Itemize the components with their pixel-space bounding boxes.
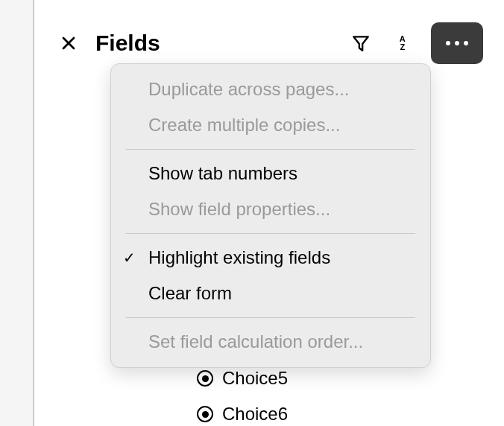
menu-create-multiple-copies: Create multiple copies... xyxy=(111,107,430,143)
menu-separator xyxy=(126,149,415,150)
menu-label: Show tab numbers xyxy=(148,163,297,183)
menu-label: Show field properties... xyxy=(148,199,330,219)
more-icon xyxy=(446,41,468,45)
menu-label: Highlight existing fields xyxy=(148,247,330,267)
sort-button[interactable]: AZ xyxy=(389,30,416,57)
filter-button[interactable] xyxy=(347,30,374,57)
header-actions: AZ xyxy=(347,22,483,64)
menu-label: Set field calculation order... xyxy=(148,331,363,352)
panel-title: Fields xyxy=(95,31,334,56)
context-menu: Duplicate across pages... Create multipl… xyxy=(110,63,431,368)
list-item[interactable]: Choice5 xyxy=(197,368,288,389)
radio-icon xyxy=(197,406,213,422)
field-label: Choice5 xyxy=(222,368,288,389)
radio-icon xyxy=(197,370,213,387)
menu-duplicate-across-pages: Duplicate across pages... xyxy=(111,71,430,107)
page-divider xyxy=(0,0,34,426)
menu-label: Create multiple copies... xyxy=(148,115,340,135)
menu-label: Clear form xyxy=(148,283,232,303)
menu-label: Duplicate across pages... xyxy=(148,79,349,99)
menu-highlight-existing-fields[interactable]: ✓ Highlight existing fields xyxy=(111,240,430,276)
menu-show-field-properties: Show field properties... xyxy=(111,191,430,227)
field-label: Choice6 xyxy=(222,404,288,425)
close-icon xyxy=(61,36,76,51)
more-options-button[interactable] xyxy=(431,22,483,64)
list-item[interactable]: Choice6 xyxy=(197,404,288,425)
field-list: Choice5 Choice6 xyxy=(197,368,288,426)
panel-header: Fields AZ xyxy=(55,22,483,64)
menu-set-calculation-order: Set field calculation order... xyxy=(111,324,430,360)
close-button[interactable] xyxy=(55,30,82,57)
check-icon: ✓ xyxy=(123,249,136,267)
menu-separator xyxy=(126,233,415,234)
sort-az-icon: AZ xyxy=(400,35,406,51)
menu-show-tab-numbers[interactable]: Show tab numbers xyxy=(111,156,430,191)
menu-clear-form[interactable]: Clear form xyxy=(111,276,430,311)
filter-icon xyxy=(351,34,371,53)
menu-separator xyxy=(126,317,415,318)
